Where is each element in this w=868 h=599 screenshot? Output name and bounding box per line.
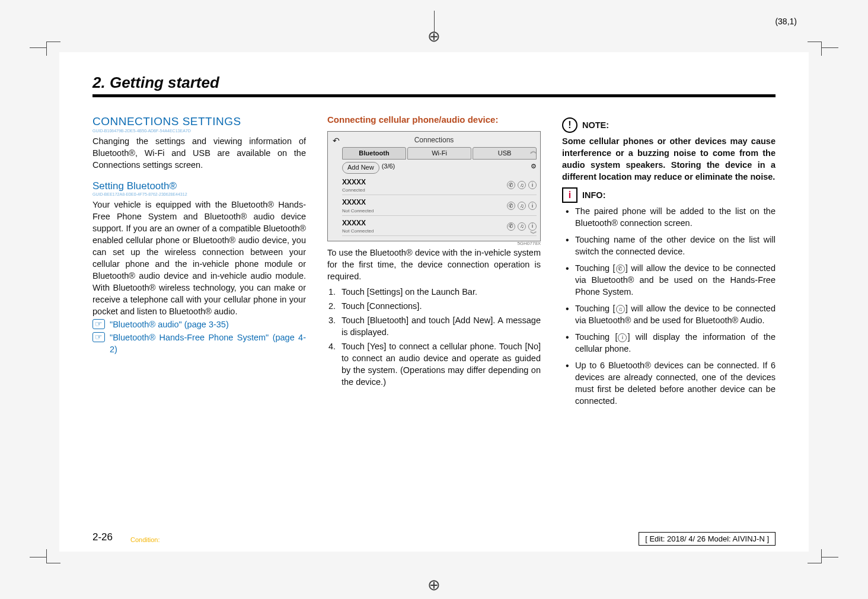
info-box-icon: i	[562, 187, 577, 203]
edit-metadata-box: [ Edit: 2018/ 4/ 26 Model: AIVINJ-N ]	[639, 532, 776, 546]
content-columns: CONNECTIONS SETTINGS GUID-B106479B-2DE5-…	[92, 114, 776, 412]
caution-icon: !	[562, 117, 577, 133]
music-icon: ♫	[518, 222, 526, 231]
registration-mark-bottom	[427, 576, 441, 594]
registration-mark-top	[413, 11, 455, 46]
phone-icon: ✆	[507, 222, 515, 231]
note-header: ! NOTE:	[562, 117, 776, 133]
chapter-title: 2. Getting started	[92, 74, 776, 92]
note-body: Some cellular phones or other devices ma…	[562, 135, 776, 183]
page-marker: (38,1)	[775, 17, 797, 26]
procedure-heading: Connecting cellular phone/audio device:	[327, 114, 541, 126]
info-item: The paired phone will be added to the li…	[562, 205, 776, 229]
tab-wifi: Wi-Fi	[407, 147, 471, 160]
figure-screenshot: ↶ Connections Bluetooth Wi-Fi USB Add Ne…	[327, 131, 541, 242]
step-item: Touch [Bluetooth] and touch [Add New]. A…	[338, 314, 541, 338]
body-text: To use the Bluetooth® device with the in…	[327, 247, 541, 282]
info-item: Touching [♫] will allow the device to be…	[562, 302, 776, 326]
device-status: Not Connected	[342, 228, 374, 234]
cross-reference: ☞ "Bluetooth® audio" (page 3-35)	[92, 318, 306, 330]
reference-text: "Bluetooth® Hands-Free Phone System" (pa…	[110, 332, 306, 355]
music-icon: ♫	[518, 181, 526, 189]
body-text: Your vehicle is equipped with the Blueto…	[92, 199, 306, 317]
crop-tick	[822, 557, 838, 557]
back-icon: ↶	[333, 135, 340, 146]
tab-bluetooth: Bluetooth	[342, 147, 406, 160]
reference-icon: ☞	[92, 319, 105, 329]
info-item: Touching name of the other device on the…	[562, 234, 776, 257]
info-icon: i	[618, 333, 627, 342]
tab-usb: USB	[473, 147, 537, 160]
device-row: XXXXXConnected ✆♫i	[342, 176, 537, 196]
page-sheet: 2. Getting started CONNECTIONS SETTINGS …	[59, 52, 809, 552]
music-icon: ♫	[518, 202, 526, 210]
phone-icon: ✆	[507, 181, 515, 189]
device-status: Not Connected	[342, 208, 374, 214]
chapter-rule	[92, 94, 776, 97]
subsection-heading: Setting Bluetooth®	[92, 179, 306, 193]
info-item: Up to 6 Bluetooth® devices can be connec…	[562, 359, 776, 407]
device-status: Connected	[342, 187, 366, 193]
crop-mark	[46, 42, 60, 56]
section-heading: CONNECTIONS SETTINGS	[92, 114, 306, 129]
device-name: XXXXX	[342, 177, 366, 187]
info-label: INFO:	[582, 189, 605, 201]
device-count: (3/6)	[382, 162, 395, 173]
crop-tick	[822, 47, 838, 48]
crop-mark	[46, 549, 60, 563]
condition-label: Condition:	[130, 536, 160, 543]
crop-tick	[30, 557, 46, 557]
crop-mark	[808, 42, 822, 56]
device-name: XXXXX	[342, 218, 374, 228]
column-1: CONNECTIONS SETTINGS GUID-B106479B-2DE5-…	[92, 114, 306, 412]
column-2: Connecting cellular phone/audio device: …	[327, 114, 541, 412]
body-text: Changing the settings and viewing inform…	[92, 135, 306, 171]
music-icon: ♫	[616, 305, 625, 314]
device-row: XXXXXNot Connected ✆♫i	[342, 196, 537, 216]
guid-code: GUID-BEE172A8-E0E0-4F75-8762-230628E4431…	[92, 192, 306, 197]
device-row: XXXXXNot Connected ✆♫i	[342, 217, 537, 237]
reference-text: "Bluetooth® audio" (page 3-35)	[110, 318, 306, 330]
step-item: Touch [Connections].	[338, 300, 541, 312]
figure-title: Connections	[331, 135, 537, 145]
step-item: Touch [Settings] on the Launch Bar.	[338, 286, 541, 298]
crop-mark	[808, 549, 822, 563]
note-label: NOTE:	[582, 119, 609, 131]
info-list: The paired phone will be added to the li…	[562, 205, 776, 407]
info-item: Touching [✆] will allow the device to be…	[562, 262, 776, 298]
info-item: Touching [i] will display the informatio…	[562, 331, 776, 355]
cross-reference: ☞ "Bluetooth® Hands-Free Phone System" (…	[92, 332, 306, 355]
device-name: XXXXX	[342, 197, 374, 208]
scroll-arrows: ︽︾	[529, 146, 538, 239]
phone-icon: ✆	[507, 202, 515, 210]
add-new-button: Add New	[342, 162, 379, 173]
step-list: Touch [Settings] on the Launch Bar. Touc…	[338, 286, 541, 388]
step-item: Touch [Yes] to connect a cellular phone.…	[338, 340, 541, 388]
page-number: 2-26	[92, 531, 113, 543]
column-3: ! NOTE: Some cellular phones or other de…	[562, 114, 776, 412]
reference-icon: ☞	[92, 332, 105, 342]
phone-icon: ✆	[616, 265, 625, 273]
info-header: i INFO:	[562, 187, 776, 203]
crop-tick	[30, 47, 46, 48]
